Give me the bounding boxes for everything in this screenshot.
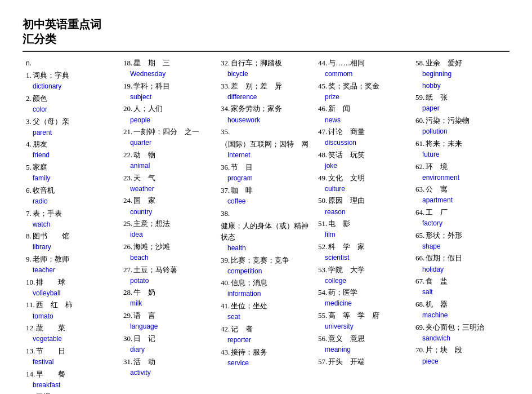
list-item: 49.文化 文明culture	[318, 172, 409, 194]
list-item: 37.咖 啡coffee	[221, 185, 311, 207]
list-item: 58.业余 爱好beginning	[415, 57, 506, 79]
list-item: 51.电 影film	[318, 218, 409, 240]
list-item: 63.公 寓apartment	[415, 184, 506, 206]
list-item: 67.食 盐salt	[415, 276, 506, 298]
list-item: 7.表；手表watch	[26, 208, 117, 230]
list-item: 43.接待；服务service	[221, 347, 311, 369]
list-item: 15.习惯habit	[26, 391, 117, 394]
list-item: 30.日 记diary	[123, 333, 214, 355]
page: 初中英语重点词汇分类 n.1.词典；字典dictionary2.颜色color3…	[0, 0, 532, 394]
list-item: 59.纸 张paper	[415, 92, 506, 114]
list-item: n.	[26, 57, 117, 69]
list-item: 6.收音机radio	[26, 185, 117, 207]
list-item: 20.人；人们people	[123, 103, 214, 125]
list-item: 13.节 日festival	[26, 346, 117, 368]
list-item: 61.将来；未来future	[415, 138, 506, 160]
list-item: 33.差 别；差 异difference	[221, 81, 311, 103]
list-item: 24.国 家country	[123, 195, 214, 217]
list-item: 35.（国际）互联网；因特 网Internet	[221, 126, 311, 161]
list-item: 32.自行车；脚踏板bicycle	[221, 57, 311, 79]
list-item: 21.一刻钟；四分 之一quarter	[123, 126, 214, 148]
list-item: 23.天 气weather	[123, 172, 214, 194]
list-item: 60.污染；污染物pollution	[415, 115, 506, 137]
list-item: 28.牛 奶milk	[123, 287, 214, 309]
list-item: 27.土豆；马铃薯potato	[123, 264, 214, 286]
list-item: 38.健康；人的身体（或）精神状态health	[221, 208, 311, 254]
list-item: 25.主意；想法idea	[123, 218, 214, 240]
list-item: 3.父（母）亲parent	[26, 116, 117, 138]
list-item: 65.形状；外形shape	[415, 230, 506, 252]
column-1: n.1.词典；字典dictionary2.颜色color3.父（母）亲paren…	[23, 57, 120, 394]
list-item: 14.早 餐breakfast	[26, 369, 117, 391]
list-item: 31.活 动activity	[123, 356, 214, 378]
list-item: 4.朋友friend	[26, 139, 117, 161]
list-item: 68.机 器machine	[415, 299, 506, 321]
list-item: 52.科 学 家scientist	[318, 241, 409, 263]
list-item: 36.节 目program	[221, 162, 311, 184]
list-item: 47.讨论 商量discussion	[318, 126, 409, 148]
list-item: 56.意义 意思meaning	[318, 333, 409, 355]
list-item: 12.蔬 菜vegetable	[26, 322, 117, 344]
list-item: 44.与……相同commom	[318, 57, 409, 79]
list-item: 1.词典；字典dictionary	[26, 70, 117, 92]
list-item: 55.高 等 学 府university	[318, 310, 409, 332]
list-item: 40.信息；消息information	[221, 277, 311, 299]
list-item: 26.海滩；沙滩beach	[123, 241, 214, 263]
list-item: 64.工 厂factory	[415, 207, 506, 229]
list-item: 39.比赛；竞赛；竞争competition	[221, 255, 311, 277]
list-item: 29.语 言language	[123, 310, 214, 332]
list-item: 66.假期；假日holiday	[415, 253, 506, 275]
list-item: 10.排 球volleyball	[26, 277, 117, 299]
list-item: 53.学院 大学college	[318, 264, 409, 286]
page-title: 初中英语重点词汇分类	[23, 17, 113, 46]
list-item: 41.坐位；坐处seat	[221, 300, 311, 322]
list-item: 57.开头 开端	[318, 356, 409, 368]
list-item: 34.家务劳动；家务housework	[221, 103, 311, 125]
list-item: 69.夹心面包；三明治sandwich	[415, 322, 506, 344]
content-area: n.1.词典；字典dictionary2.颜色color3.父（母）亲paren…	[23, 57, 509, 394]
column-3: 32.自行车；脚踏板bicycle33.差 别；差 异difference34.…	[217, 57, 315, 394]
list-item: 62.环 境environment	[415, 161, 506, 183]
list-item: 45.奖；奖品；奖金prize	[318, 81, 409, 103]
column-2: 18.星 期 三Wednesday19.学科；科目subject20.人；人们p…	[120, 57, 217, 394]
list-item: 18.星 期 三Wednesday	[123, 57, 214, 79]
list-item: 54.药；医学medicine	[318, 287, 409, 309]
list-item: 8.图书 馆library	[26, 231, 117, 253]
list-item: hobby	[415, 81, 506, 91]
list-item: 9.老师；教师teacher	[26, 254, 117, 276]
column-5: 58.业余 爱好beginninghobby59.纸 张paper60.污染；污…	[412, 57, 509, 394]
list-item: 48.笑话 玩笑joke	[318, 149, 409, 171]
list-item: 19.学科；科目subject	[123, 81, 214, 103]
list-item: 50.原因 理由reason	[318, 195, 409, 217]
list-item: 2.颜色color	[26, 93, 117, 115]
column-4: 44.与……相同commom45.奖；奖品；奖金prize46.新 闻news4…	[315, 57, 412, 394]
list-item: 70.片；块 段piece	[415, 344, 506, 366]
list-item: 5.家庭family	[26, 162, 117, 184]
header: 初中英语重点词汇分类	[23, 17, 509, 52]
list-item: 11.西 红 柿tomato	[26, 299, 117, 321]
list-item: 42.记 者reporter	[221, 324, 311, 346]
list-item: 46.新 闻news	[318, 103, 409, 125]
list-item: 22.动 物animal	[123, 149, 214, 171]
